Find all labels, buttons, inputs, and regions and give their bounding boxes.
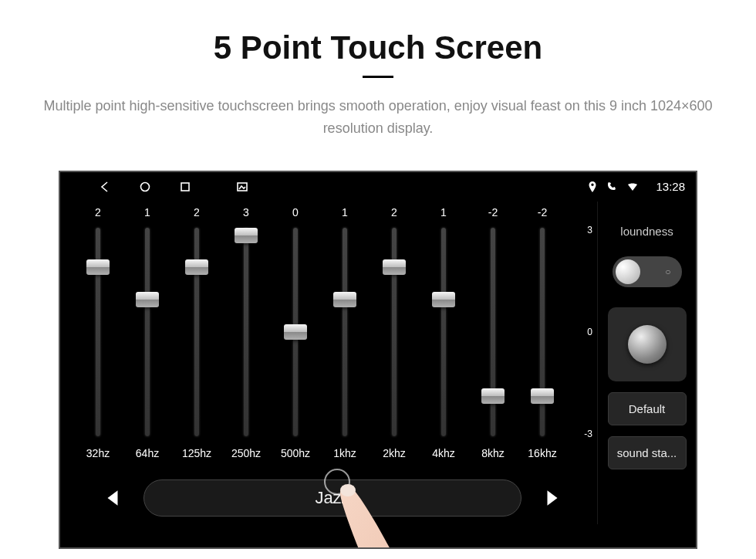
eq-band-value: -2 bbox=[538, 206, 547, 223]
eq-scale: 3 0 -3 bbox=[584, 225, 592, 439]
eq-band-value: 1 bbox=[144, 206, 150, 223]
preset-name[interactable]: Jazz bbox=[143, 479, 521, 517]
soundstage-button[interactable]: sound sta... bbox=[608, 436, 687, 469]
side-panel: loundness ○ Default sound sta... bbox=[597, 202, 696, 524]
eq-slider[interactable] bbox=[392, 228, 397, 436]
eq-slider[interactable] bbox=[244, 228, 248, 436]
phone-icon[interactable] bbox=[606, 181, 619, 193]
eq-band-value: 1 bbox=[342, 206, 348, 223]
recent-icon[interactable] bbox=[179, 181, 191, 193]
eq-band-value: 1 bbox=[440, 206, 447, 223]
eq-band-freq: 32hz bbox=[86, 447, 110, 459]
eq-slider[interactable] bbox=[441, 228, 446, 436]
loudness-toggle[interactable]: ○ bbox=[613, 256, 682, 287]
joystick-stick bbox=[628, 325, 667, 364]
scale-max: 3 bbox=[587, 225, 592, 235]
wifi-icon bbox=[626, 181, 639, 193]
device-frame: 13:28 232hz164hz2125hz3250hz0500hz11khz2… bbox=[59, 171, 697, 549]
eq-band-freq: 4khz bbox=[432, 447, 455, 459]
svg-rect-1 bbox=[181, 183, 189, 191]
eq-band-250hz: 3250hz bbox=[227, 206, 265, 469]
eq-band-2khz: 22khz bbox=[375, 206, 413, 469]
svg-point-0 bbox=[141, 182, 150, 191]
preset-next-button[interactable] bbox=[538, 484, 566, 512]
eq-band-16khz: -216khz bbox=[523, 206, 562, 469]
toggle-off-indicator: ○ bbox=[665, 266, 670, 277]
image-icon[interactable] bbox=[236, 181, 248, 193]
scale-min: -3 bbox=[584, 429, 592, 439]
toggle-knob bbox=[616, 259, 640, 284]
eq-slider[interactable] bbox=[343, 228, 347, 436]
eq-band-freq: 64hz bbox=[136, 447, 159, 459]
eq-slider-thumb[interactable] bbox=[136, 292, 159, 307]
scale-mid: 0 bbox=[587, 327, 592, 337]
eq-slider[interactable] bbox=[96, 228, 100, 436]
eq-slider-thumb[interactable] bbox=[284, 324, 307, 340]
equalizer-area: 232hz164hz2125hz3250hz0500hz11khz22khz14… bbox=[60, 202, 597, 524]
title-underline bbox=[363, 76, 393, 78]
clock: 13:28 bbox=[656, 180, 685, 193]
eq-band-value: -2 bbox=[488, 206, 498, 223]
back-icon[interactable] bbox=[99, 181, 111, 193]
eq-band-32hz: 232hz bbox=[79, 206, 117, 469]
eq-band-value: 2 bbox=[391, 206, 397, 223]
eq-slider-thumb[interactable] bbox=[531, 388, 554, 404]
preset-prev-button[interactable] bbox=[99, 484, 127, 512]
eq-band-4khz: 14khz bbox=[424, 206, 463, 469]
status-bar: 13:28 bbox=[60, 172, 696, 202]
eq-band-value: 3 bbox=[243, 206, 249, 223]
eq-band-freq: 2khz bbox=[383, 447, 406, 459]
eq-band-64hz: 164hz bbox=[128, 206, 167, 469]
eq-slider-thumb[interactable] bbox=[383, 259, 406, 275]
page-description: Multiple point high-sensitive touchscree… bbox=[0, 95, 756, 140]
eq-slider-thumb[interactable] bbox=[481, 388, 505, 404]
eq-band-8khz: -28khz bbox=[474, 206, 512, 469]
eq-slider[interactable] bbox=[540, 228, 545, 436]
eq-band-freq: 125hz bbox=[182, 447, 211, 459]
balance-joystick[interactable] bbox=[608, 307, 687, 381]
eq-band-value: 0 bbox=[292, 206, 299, 223]
eq-band-freq: 500hz bbox=[281, 447, 310, 459]
eq-slider-thumb[interactable] bbox=[235, 228, 258, 243]
eq-band-freq: 1khz bbox=[333, 447, 356, 459]
eq-slider[interactable] bbox=[194, 228, 199, 436]
loudness-label: loundness bbox=[620, 225, 673, 238]
eq-slider[interactable] bbox=[293, 228, 298, 436]
eq-band-freq: 8khz bbox=[481, 447, 505, 459]
eq-band-value: 2 bbox=[95, 206, 101, 223]
location-icon[interactable] bbox=[586, 181, 599, 193]
eq-slider[interactable] bbox=[491, 228, 495, 436]
eq-band-value: 2 bbox=[194, 206, 200, 223]
eq-band-freq: 16khz bbox=[528, 447, 556, 459]
eq-band-500hz: 0500hz bbox=[276, 206, 315, 469]
eq-slider-thumb[interactable] bbox=[333, 292, 356, 307]
page-title: 5 Point Touch Screen bbox=[0, 29, 756, 66]
default-button[interactable]: Default bbox=[608, 392, 687, 425]
eq-slider-thumb[interactable] bbox=[86, 259, 110, 275]
eq-band-125hz: 2125hz bbox=[177, 206, 216, 469]
equalizer-grid: 232hz164hz2125hz3250hz0500hz11khz22khz14… bbox=[79, 206, 586, 469]
eq-band-1khz: 11khz bbox=[326, 206, 364, 469]
eq-band-freq: 250hz bbox=[231, 447, 261, 459]
eq-slider-thumb[interactable] bbox=[432, 292, 455, 307]
eq-slider[interactable] bbox=[145, 228, 150, 436]
home-icon[interactable] bbox=[139, 181, 151, 193]
eq-slider-thumb[interactable] bbox=[185, 259, 208, 275]
